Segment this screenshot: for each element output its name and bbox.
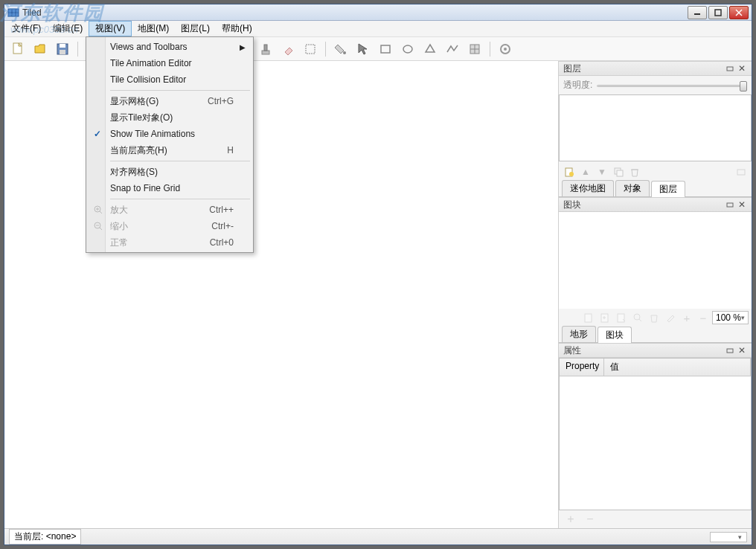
svg-rect-17 <box>381 45 390 53</box>
new-file-button[interactable] <box>7 39 28 59</box>
undock-icon[interactable] <box>725 345 735 356</box>
ellipse-object-button[interactable] <box>397 39 418 59</box>
layer-down-button[interactable]: ▼ <box>595 164 609 179</box>
maximize-button[interactable] <box>708 6 728 19</box>
tile-object-button[interactable] <box>464 39 485 59</box>
svg-point-16 <box>343 51 346 54</box>
menu-snap-to-grid[interactable]: 对齐网格(S) <box>88 164 252 180</box>
tab-minimap[interactable]: 迷你地图 <box>562 180 614 196</box>
titlebar: Tiled <box>4 4 752 21</box>
tileset-zoom-value: 100 % <box>716 312 741 323</box>
tab-layers[interactable]: 图层 <box>651 181 685 197</box>
close-panel-icon[interactable]: ✕ <box>737 345 747 356</box>
svg-rect-32 <box>727 203 733 207</box>
opacity-slider[interactable] <box>597 80 747 92</box>
svg-rect-38 <box>727 349 733 353</box>
rectangle-object-button[interactable] <box>375 39 396 59</box>
remove-property-button[interactable]: − <box>583 512 598 527</box>
menu-zoom-in[interactable]: 放大Ctrl++ <box>88 202 252 218</box>
edit-tileset-button[interactable] <box>663 310 678 325</box>
right-panel: 图层 ✕ 透明度: ▲ ▼ 迷你地图 对象 图层 <box>558 61 752 528</box>
svg-rect-33 <box>585 314 592 322</box>
menu-view[interactable]: 视图(V) <box>89 21 132 36</box>
eraser-tool-button[interactable] <box>278 39 298 59</box>
add-property-button[interactable]: + <box>563 512 578 527</box>
check-icon: ✓ <box>94 129 101 139</box>
svg-rect-13 <box>262 51 269 54</box>
menu-layer[interactable]: 图层(L) <box>175 21 216 36</box>
svg-rect-29 <box>617 170 623 176</box>
layer-visibility-button[interactable] <box>734 164 749 179</box>
svg-line-40 <box>100 211 102 214</box>
current-layer-value: <none> <box>46 531 77 542</box>
stamp-tool-button[interactable] <box>255 39 276 59</box>
toolbar-separator <box>77 42 78 57</box>
statusbar: 当前层: <none> ▾ <box>4 528 752 545</box>
import-tileset-button[interactable] <box>598 310 612 325</box>
settings-button[interactable] <box>495 39 516 59</box>
rect-select-button[interactable] <box>300 39 321 59</box>
close-panel-icon[interactable]: ✕ <box>737 63 747 74</box>
property-column-header[interactable]: Property <box>560 359 604 376</box>
polygon-object-button[interactable] <box>420 39 441 59</box>
duplicate-layer-button[interactable] <box>611 164 626 179</box>
export-tileset-button[interactable] <box>614 310 629 325</box>
delete-layer-button[interactable] <box>627 164 642 179</box>
status-zoom-control[interactable]: ▾ <box>710 532 747 542</box>
menu-tile-animation-editor[interactable]: Tile Animation Editor <box>88 55 252 71</box>
svg-marker-19 <box>426 45 435 52</box>
undock-icon[interactable] <box>725 199 735 210</box>
menu-file[interactable]: 文件(F) <box>6 21 47 36</box>
opacity-label: 透明度: <box>563 79 592 92</box>
view-menu-dropdown: Views and Toolbars▶ Tile Animation Edito… <box>86 36 254 253</box>
menu-show-tile-animations[interactable]: ✓Show Tile Animations <box>88 126 252 142</box>
polyline-object-button[interactable] <box>442 39 463 59</box>
menu-snap-to-fine-grid[interactable]: Snap to Fine Grid <box>88 180 252 196</box>
remove-tiles-button[interactable]: − <box>696 310 711 325</box>
svg-rect-35 <box>618 314 624 322</box>
new-layer-button[interactable] <box>562 164 577 179</box>
menu-show-grid[interactable]: 显示网格(G)Ctrl+G <box>88 93 252 109</box>
value-column-header[interactable]: 值 <box>604 359 751 376</box>
fill-tool-button[interactable] <box>330 39 351 59</box>
menu-edit[interactable]: 编辑(E) <box>47 21 89 36</box>
menu-map[interactable]: 地图(M) <box>132 21 175 36</box>
app-icon <box>7 7 19 19</box>
menu-zoom-out[interactable]: 缩小Ctrl+- <box>88 218 252 234</box>
menu-show-tile-objects[interactable]: 显示Tile对象(O) <box>88 109 252 126</box>
svg-point-36 <box>634 314 640 320</box>
menu-tile-collision-editor[interactable]: Tile Collision Editor <box>88 71 252 88</box>
delete-tileset-button[interactable] <box>647 310 662 325</box>
tileset-zoom[interactable]: 100 %▾ <box>712 311 749 324</box>
menu-help[interactable]: 帮助(H) <box>216 21 258 36</box>
new-tileset-button[interactable] <box>581 310 596 325</box>
minimize-button[interactable] <box>688 6 707 19</box>
tab-objects[interactable]: 对象 <box>615 180 650 196</box>
tileset-view[interactable] <box>559 212 752 309</box>
tab-tileset[interactable]: 图块 <box>598 327 632 343</box>
svg-line-44 <box>100 228 102 230</box>
properties-grid[interactable]: Property 值 <box>559 358 752 510</box>
open-file-button[interactable] <box>30 39 51 59</box>
close-button[interactable] <box>729 6 749 19</box>
tileset-tools: + − 100 %▾ <box>559 309 752 327</box>
undock-icon[interactable] <box>725 63 735 74</box>
add-tiles-button[interactable]: + <box>679 310 694 325</box>
window-buttons <box>688 6 749 19</box>
menu-views-and-toolbars[interactable]: Views and Toolbars▶ <box>88 39 252 55</box>
layer-list[interactable] <box>559 94 752 161</box>
save-file-button[interactable] <box>52 39 73 59</box>
svg-rect-5 <box>715 10 721 16</box>
layer-up-button[interactable]: ▲ <box>578 164 593 179</box>
menu-zoom-normal[interactable]: 正常Ctrl+0 <box>88 234 252 251</box>
submenu-arrow-icon: ▶ <box>240 43 246 51</box>
opacity-row: 透明度: <box>559 76 752 94</box>
object-select-button[interactable] <box>353 39 374 59</box>
zoom-out-icon <box>92 220 104 232</box>
tileset-properties-button[interactable] <box>630 310 645 325</box>
tab-terrain[interactable]: 地形 <box>562 326 596 342</box>
properties-tools: + − <box>559 510 752 528</box>
svg-rect-14 <box>264 45 267 51</box>
close-panel-icon[interactable]: ✕ <box>737 199 747 210</box>
menu-highlight-current-layer[interactable]: 当前层高亮(H)H <box>88 142 252 158</box>
